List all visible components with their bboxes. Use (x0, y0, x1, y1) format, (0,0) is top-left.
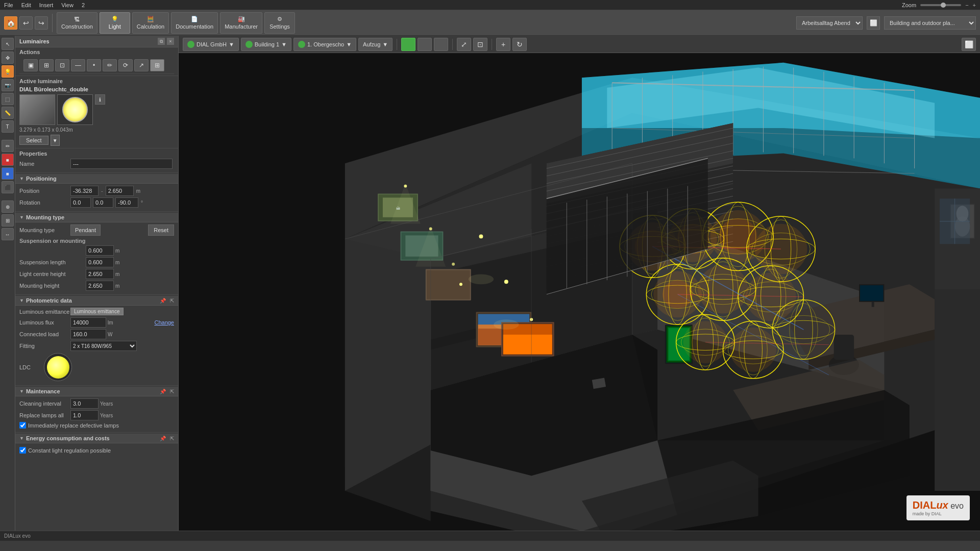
tool-eraser[interactable]: ⬛ (2, 181, 14, 193)
tool-dim[interactable]: ↔ (2, 228, 14, 240)
photometric-expand[interactable]: ⇱ (170, 298, 174, 304)
maintenance-header[interactable]: ▼ Maintenance 📌 ⇱ (15, 387, 178, 396)
action-btn-2[interactable]: ⊞ (39, 59, 54, 71)
company-label: DIAL GmbH (197, 41, 227, 47)
rot-z-input[interactable] (115, 197, 138, 208)
panel-float-btn[interactable]: ⧉ (158, 38, 165, 45)
mounting-header[interactable]: ▼ Mounting type (15, 213, 178, 222)
rl-input[interactable] (70, 410, 99, 420)
action-btn-8[interactable]: ↗ (134, 59, 149, 71)
menu-view[interactable]: View (61, 2, 74, 8)
rot-x-input[interactable] (70, 197, 91, 208)
susp-length-input[interactable] (86, 257, 114, 267)
pos-y-input[interactable] (106, 186, 134, 196)
manufacturer-tab[interactable]: 🏭 Manufacturer (220, 12, 262, 34)
company-btn[interactable]: DIAL GmbH ▼ (183, 38, 239, 51)
fullscreen-viewport-btn[interactable]: ⤢ (457, 38, 471, 51)
construction-tab[interactable]: 🏗 Construction (57, 12, 97, 34)
tool-select[interactable]: ↖ (2, 38, 14, 50)
name-input[interactable] (70, 159, 173, 169)
tool-camera[interactable]: 📷 (2, 79, 14, 91)
fitting-select[interactable]: 2 x T16 80W/965 (70, 341, 137, 351)
action-btn-5[interactable]: • (87, 59, 101, 71)
home-button[interactable]: 🏠 (4, 16, 17, 30)
undo-button[interactable]: ↩ (19, 16, 33, 30)
ci-input[interactable] (70, 398, 99, 409)
photometric-pin[interactable]: 📌 (160, 298, 166, 304)
vt-btn-3[interactable] (434, 38, 448, 51)
refresh-btn[interactable]: ↻ (512, 38, 527, 51)
maintenance-expand[interactable]: ⇱ (170, 389, 174, 394)
tool-measure[interactable]: 📏 (2, 107, 14, 119)
action-btn-9[interactable]: ⊞ (150, 59, 164, 71)
calculation-tab[interactable]: 🧮 Calculation (132, 12, 169, 34)
mounting-type-btn[interactable]: Pendant (70, 224, 101, 236)
luminaire-info-btn[interactable]: ℹ (95, 94, 105, 105)
camera-reset-btn[interactable]: ⊡ (473, 38, 487, 51)
action-btn-3[interactable]: ⊡ (55, 59, 69, 71)
wireframe-btn[interactable] (418, 38, 432, 51)
scene-dropdown[interactable]: Arbeitsalltag Abend (796, 16, 863, 30)
action-btn-4[interactable]: — (71, 59, 85, 71)
pos-x-input[interactable] (70, 186, 99, 196)
immediate-replace-checkbox[interactable] (19, 422, 26, 429)
action-btn-1[interactable]: ▣ (23, 59, 38, 71)
fullscreen-btn[interactable]: ⬜ (867, 16, 880, 30)
lf-input[interactable] (70, 317, 106, 328)
select-dropdown-btn[interactable]: ▼ (51, 135, 60, 146)
tool-luminaire[interactable]: 💡 (2, 65, 14, 78)
constant-light-checkbox[interactable] (19, 447, 26, 454)
documentation-tab[interactable]: 📄 Documentation (171, 12, 218, 34)
ldc-container: LDC (19, 353, 174, 381)
luminous-emittance-tag[interactable]: Luminous emittance (70, 308, 124, 315)
ldc-label: LDC (19, 364, 40, 370)
action-btn-6[interactable]: ✏ (103, 59, 117, 71)
color-mode-btn[interactable] (401, 38, 415, 51)
zoom-slider[interactable] (920, 4, 961, 6)
energy-header[interactable]: ▼ Energy consumption and costs 📌 ⇱ (15, 434, 178, 443)
luminous-emittance-row: Luminous emittance Luminous emittance (19, 308, 174, 315)
zoom-plus[interactable]: + (973, 2, 976, 8)
photometric-header[interactable]: ▼ Photometric data 📌 ⇱ (15, 296, 178, 306)
tool-grid[interactable]: ⊞ (2, 214, 14, 227)
cl-input[interactable] (70, 329, 106, 339)
zoom-minus[interactable]: − (965, 2, 968, 8)
tool-color2[interactable]: ■ (2, 167, 14, 180)
floor-btn[interactable]: 1. Obergescho ▼ (293, 38, 356, 51)
building-btn[interactable]: Building 1 ▼ (241, 38, 291, 51)
change-link[interactable]: Change (154, 319, 174, 325)
maintenance-pin[interactable]: 📌 (160, 389, 166, 394)
lch-input[interactable] (86, 269, 114, 279)
energy-expand[interactable]: ⇱ (170, 436, 174, 441)
settings-tab[interactable]: ⚙ Settings (264, 12, 295, 34)
tool-snap[interactable]: ⊕ (2, 201, 14, 213)
action-btn-7[interactable]: ⟳ (118, 59, 133, 71)
svg-point-142 (730, 328, 776, 372)
menu-file[interactable]: File (4, 2, 13, 8)
menu-2[interactable]: 2 (82, 2, 85, 8)
redo-button[interactable]: ↪ (35, 16, 48, 30)
menu-insert[interactable]: Insert (39, 2, 54, 8)
maximize-btn[interactable]: ⬜ (962, 38, 976, 51)
panel-close-btn[interactable]: × (167, 38, 174, 45)
add-btn[interactable]: + (496, 38, 510, 51)
menu-edit[interactable]: Edit (21, 2, 31, 8)
tool-color[interactable]: ■ (2, 154, 14, 166)
tool-text[interactable]: T (2, 120, 14, 133)
tool-move[interactable]: ✥ (2, 52, 14, 64)
reset-btn[interactable]: Reset (148, 224, 174, 236)
tool-room[interactable]: ⬚ (2, 93, 14, 105)
mh-input[interactable] (86, 281, 114, 291)
susp-field1[interactable] (86, 245, 114, 256)
svg-point-82 (452, 263, 455, 266)
light-tab[interactable]: 💡 Light (100, 12, 130, 34)
tool-pencil[interactable]: ✏ (2, 140, 14, 152)
rot-y-input[interactable] (93, 197, 113, 208)
luminous-emittance-label: Luminous emittance (19, 309, 70, 315)
output-dropdown[interactable]: Building and outdoor pla... (884, 16, 976, 30)
positioning-header[interactable]: ▼ Positioning (15, 174, 178, 184)
energy-pin[interactable]: 📌 (160, 436, 166, 441)
select-button[interactable]: Select (19, 136, 48, 145)
susp-length-unit: m (115, 260, 119, 265)
elevator-btn[interactable]: Aufzug ▼ (358, 38, 393, 51)
